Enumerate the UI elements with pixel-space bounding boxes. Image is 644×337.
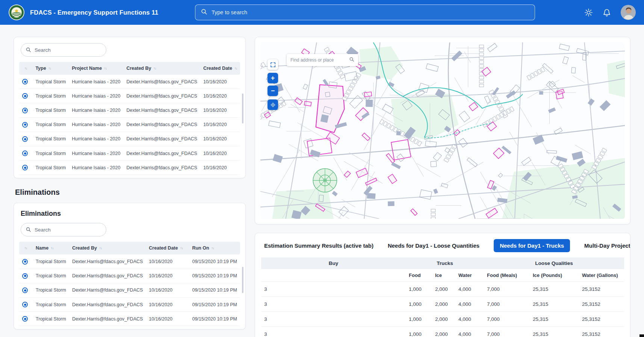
radio-button[interactable] — [22, 316, 28, 322]
radio-button[interactable] — [22, 93, 28, 99]
table-row[interactable]: Tropical Storm Hurricane Isaias - 2020 D… — [19, 89, 240, 103]
needs-table: Buy Trucks Loose Qualities Food Ice Wate… — [261, 257, 624, 337]
table-row[interactable]: Tropical Storm Dexter.Harris@fdacs.gov_F… — [19, 298, 240, 312]
radio-button[interactable] — [22, 122, 28, 128]
radio-button[interactable] — [22, 165, 28, 170]
table-row[interactable]: Tropical Storm Dexter.Harris@fdacs.gov_F… — [19, 283, 240, 297]
table-row[interactable]: Tropical Storm Dexter.Harris@fdacs.gov_F… — [19, 312, 240, 326]
radio-button[interactable] — [22, 302, 28, 307]
sort-icon[interactable]: ↑↓ — [99, 246, 102, 250]
radio-button[interactable] — [22, 150, 28, 156]
table-row[interactable]: Tropical Storm Hurricane Isaias - 2020 D… — [19, 117, 240, 132]
user-avatar[interactable] — [621, 5, 636, 20]
global-search[interactable] — [195, 5, 535, 20]
cell-type: Tropical Storm — [32, 132, 69, 146]
map-address-search[interactable] — [287, 54, 358, 66]
screen-corner-artifact — [639, 334, 644, 337]
sort-icon[interactable]: ↑↓ — [24, 246, 27, 250]
cell-type: Tropical Storm — [32, 103, 69, 117]
radio-button[interactable] — [22, 273, 28, 279]
table-row[interactable]: Tropical Storm Hurricane Isaias - 2020 D… — [19, 161, 240, 175]
cell-trucks-water: 4,000 — [455, 312, 484, 327]
cell-created-by: Dexter.Harris@fdacs.gov_FDACS — [123, 132, 200, 146]
table-row[interactable]: Tropical Storm Dexter.Harris@fdacs.gov_F… — [19, 254, 240, 269]
map-card: + − — [255, 37, 630, 224]
table-row[interactable]: Tropical Storm Hurricane Isaias - 2020 D… — [19, 132, 240, 146]
cell-trucks-water: 4,000 — [455, 282, 484, 297]
column-header-created-by[interactable]: Created By↑↓ — [123, 62, 200, 75]
cell-created-date: 10/16/2020 — [200, 117, 240, 132]
projects-table: ↑↓ Type↑↓ Project Name↑↓ Created By↑↓ Cr… — [19, 62, 240, 175]
global-search-input[interactable] — [212, 9, 529, 15]
cell-name: Tropical Storm — [33, 312, 69, 326]
radio-button[interactable] — [22, 108, 28, 113]
sort-icon[interactable]: ↑↓ — [212, 246, 214, 250]
map-canvas[interactable] — [260, 42, 625, 219]
map-viewport[interactable]: + − — [260, 42, 625, 219]
column-header-select[interactable]: ↑↓ — [19, 62, 32, 75]
radio-button[interactable] — [22, 136, 28, 142]
left-column: ↑↓ Type↑↓ Project Name↑↓ Created By↑↓ Cr… — [14, 37, 246, 337]
brightness-icon[interactable] — [584, 8, 593, 17]
projects-search[interactable] — [21, 43, 106, 57]
sort-icon[interactable]: ↑↓ — [48, 66, 51, 70]
table-row[interactable]: Tropical Storm Hurricane Isaias - 2020 D… — [19, 103, 240, 117]
notifications-bell-icon[interactable] — [603, 8, 611, 17]
column-header-run-on[interactable]: Run On↑↓ — [189, 242, 240, 254]
sort-icon[interactable]: ↑↓ — [153, 66, 156, 70]
sort-icon[interactable]: ↑↓ — [234, 66, 237, 70]
main-content: ↑↓ Type↑↓ Project Name↑↓ Created By↑↓ Cr… — [0, 25, 644, 337]
map-fullscreen-button[interactable] — [268, 59, 278, 70]
sort-icon[interactable]: ↑↓ — [104, 66, 107, 70]
cell-project-name: Hurricane Isaias - 2020 — [69, 161, 123, 175]
column-header-created-by[interactable]: Created By↑↓ — [69, 242, 146, 254]
sort-icon[interactable]: ↑↓ — [180, 246, 183, 250]
zoom-in-button[interactable]: + — [268, 73, 278, 83]
cell-created-date: 10/16/2020 — [200, 132, 240, 146]
cell-water-gallons: 25,3152 — [579, 282, 624, 297]
radio-button[interactable] — [22, 259, 28, 265]
radio-button[interactable] — [22, 287, 28, 293]
column-header-type[interactable]: Type↑↓ — [32, 62, 69, 75]
table-row[interactable]: 3 1,000 2,000 4,000 7,000 25,315 25,3152 — [261, 327, 624, 337]
sort-icon[interactable]: ↑↓ — [24, 66, 27, 70]
needs-table-column-header-row: Food Ice Water Food (Meals) Ice (Pounds)… — [261, 269, 624, 282]
scrollbar[interactable] — [242, 93, 243, 123]
cell-created-by: Dexter.Harris@fdacs.gov_FDACS — [69, 298, 146, 312]
eliminations-table: ↑↓ Name↑↓ Created By↑↓ Created Date↑↓ Ru… — [19, 242, 240, 326]
eliminations-search[interactable] — [21, 223, 106, 236]
radio-button[interactable] — [22, 79, 28, 84]
map-address-input[interactable] — [290, 57, 346, 63]
tab-needs-day1-trucks[interactable]: Needs for Day1 - Trucks — [494, 239, 570, 252]
scrollbar[interactable] — [242, 267, 243, 293]
table-row[interactable]: 3 1,000 2,000 4,000 7,000 25,315 25,3152 — [261, 312, 624, 327]
table-row[interactable]: 3 1,000 2,000 4,000 7,000 25,315 25,3152 — [261, 297, 624, 312]
sort-icon[interactable]: ↑↓ — [51, 246, 53, 250]
cell-food-meals: 7,000 — [484, 282, 530, 297]
zoom-out-button[interactable]: − — [268, 86, 278, 96]
cell-created-by: Dexter.Harris@fdacs.gov_FDACS — [69, 312, 146, 326]
table-row[interactable]: 3 1,000 2,000 4,000 7,000 25,315 25,3152 — [261, 282, 624, 297]
column-header-created-date[interactable]: Created Date↑↓ — [146, 242, 189, 254]
cell-ice-pounds: 25,315 — [530, 312, 579, 327]
column-header-select[interactable]: ↑↓ — [19, 242, 33, 254]
group-header-trucks: Trucks — [406, 257, 484, 269]
tab-multi-day-projections[interactable]: Multi-Day Projections — [584, 239, 630, 252]
column-header-created-date[interactable]: Created Date↑↓ — [200, 62, 240, 75]
table-row[interactable]: Tropical Storm Hurricane Isaias - 2020 D… — [19, 75, 240, 89]
cell-created-date: 10/16/2020 — [200, 161, 240, 175]
search-icon[interactable] — [349, 57, 354, 63]
table-row[interactable]: Tropical Storm Hurricane Isaias - 2020 D… — [19, 146, 240, 161]
projects-table-header-row: ↑↓ Type↑↓ Project Name↑↓ Created By↑↓ Cr… — [19, 62, 240, 75]
tab-estimation-summary-results[interactable]: Estimation Summary Results (active tab) — [264, 239, 373, 252]
tab-needs-day1-loose-quantities[interactable]: Needs for Day1 - Loose Quantities — [388, 239, 479, 252]
projects-search-input[interactable] — [21, 43, 106, 57]
eliminations-search-input[interactable] — [21, 223, 106, 236]
column-header-project-name[interactable]: Project Name↑↓ — [69, 62, 123, 75]
locate-me-button[interactable] — [268, 99, 278, 110]
column-header-name[interactable]: Name↑↓ — [33, 242, 69, 254]
cell-project-name: Hurricane Isaias - 2020 — [69, 75, 123, 89]
results-tabs: Estimation Summary Results (active tab) … — [261, 238, 624, 257]
table-row[interactable]: Tropical Storm Dexter.Harris@fdacs.gov_F… — [19, 269, 240, 283]
search-icon — [26, 47, 31, 54]
